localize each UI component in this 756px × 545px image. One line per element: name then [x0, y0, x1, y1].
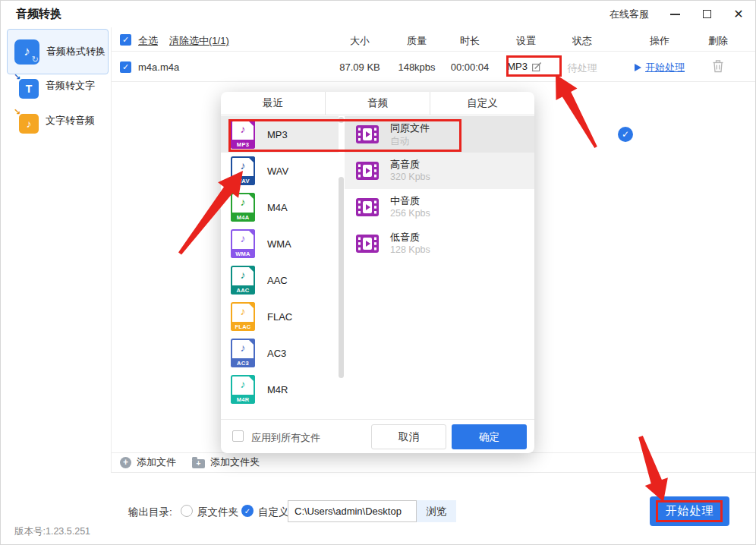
close-button[interactable]: ✕ [732, 8, 745, 20]
dialog-footer: 应用到所有文件 取消 确定 [221, 419, 534, 453]
browse-button[interactable]: 浏览 [417, 500, 456, 522]
format-select-dialog: 最近 音频 自定义 ♪MP3 MP3 ♪WAV WAV ♪M4A M4A ♪WM… [221, 92, 534, 453]
minimize-button[interactable] [669, 8, 681, 20]
quality-item-high[interactable]: 高音质 320 Kpbs [345, 153, 534, 189]
column-header-duration: 时长 [460, 34, 480, 48]
file-name: m4a.m4a [138, 61, 179, 73]
window-title: 音频转换 [16, 7, 61, 21]
audio-format-convert-icon: ♪↻ [14, 39, 39, 65]
minimize-icon [670, 14, 680, 15]
addbar-divider-bottom [111, 472, 755, 473]
row-start-processing-link[interactable]: 开始处理 [635, 61, 685, 74]
column-header-size: 大小 [350, 34, 370, 48]
output-path-input[interactable] [288, 500, 417, 522]
header-divider [111, 51, 755, 52]
clear-selected-link[interactable]: 清除选中(1/1) [169, 34, 229, 48]
format-item-wav[interactable]: ♪WAV WAV [221, 153, 339, 189]
tab-recent[interactable]: 最近 [221, 92, 325, 115]
film-icon [356, 198, 379, 216]
quality-item-low[interactable]: 低音质 128 Kpbs [345, 225, 534, 262]
arrow-to-start-button [638, 436, 668, 502]
maximize-button[interactable] [701, 8, 713, 20]
text-to-audio-icon: ↘♪ [14, 109, 39, 134]
play-icon [635, 64, 641, 71]
maximize-icon [703, 10, 711, 18]
tab-custom[interactable]: 自定义 [430, 92, 534, 115]
film-icon [356, 162, 379, 180]
ac3-file-icon: ♪AC3 [231, 339, 255, 367]
format-setting[interactable]: MP3 [507, 61, 542, 72]
format-item-m4r[interactable]: ♪M4R M4R [221, 371, 339, 408]
flac-file-icon: ♪FLAC [231, 302, 255, 331]
film-icon [356, 235, 379, 253]
row-divider [111, 81, 755, 82]
format-item-m4a[interactable]: ♪M4A M4A [221, 189, 339, 225]
titlebar: 音频转换 在线客服 ✕ [1, 1, 755, 27]
quality-item-medium[interactable]: 中音质 256 Kpbs [345, 189, 534, 225]
scrollbar-thumb[interactable] [339, 177, 344, 378]
delete-button[interactable] [712, 59, 724, 73]
wav-file-icon: ♪WAV [231, 156, 255, 185]
plus-circle-icon: + [120, 457, 131, 468]
radio-custom-label[interactable]: 自定义 [258, 506, 289, 519]
format-item-flac[interactable]: ♪FLAC FLAC [221, 298, 339, 335]
column-header-status: 状态 [572, 34, 592, 48]
m4r-file-icon: ♪M4R [231, 375, 255, 404]
sidebar-item-label: 音频转文字 [46, 79, 95, 93]
wma-file-icon: ♪WMA [231, 229, 255, 258]
file-quality: 148kpbs [398, 61, 435, 73]
edit-icon[interactable] [531, 61, 542, 72]
output-dir-label: 输出目录: [128, 506, 172, 519]
sidebar-item-text-to-audio[interactable]: ↘♪ 文字转音频 [7, 104, 109, 137]
radio-original-label[interactable]: 原文件夹 [197, 506, 238, 519]
dialog-tabbar: 最近 音频 自定义 [221, 92, 534, 115]
cancel-button[interactable]: 取消 [371, 424, 446, 449]
column-header-operation: 操作 [650, 34, 669, 48]
sidebar-item-audio-format-convert[interactable]: ♪↻ 音频格式转换 [7, 29, 109, 74]
audio-to-text-icon: ↘T [14, 74, 39, 99]
sidebar-item-label: 音频格式转换 [46, 45, 106, 58]
select-all-checkbox[interactable]: ✓ [120, 34, 131, 46]
sidebar-item-label: 文字转音频 [46, 114, 95, 128]
sidebar-divider [111, 27, 112, 472]
status-badge: 待处理 [568, 61, 597, 75]
arrow-to-format-setting [556, 74, 597, 148]
file-duration: 00:00:04 [451, 61, 490, 73]
start-processing-button[interactable]: 开始处理 [650, 496, 729, 526]
row-checkbox[interactable]: ✓ [120, 61, 131, 73]
quality-item-same-as-source[interactable]: 同原文件 自动 ✓ [345, 116, 534, 153]
add-file-button[interactable]: + 添加文件 [120, 455, 176, 469]
online-service-link[interactable]: 在线客服 [610, 8, 649, 21]
apply-all-checkbox[interactable] [232, 430, 244, 442]
format-item-wma[interactable]: ♪WMA WMA [221, 225, 339, 262]
format-item-mp3[interactable]: ♪MP3 MP3 [221, 116, 339, 153]
close-icon: ✕ [733, 8, 743, 20]
radio-original-folder[interactable] [181, 505, 193, 517]
film-icon [356, 125, 379, 143]
mp3-file-icon: ♪MP3 [231, 120, 255, 149]
app-window: 音频转换 在线客服 ✕ ♪↻ 音频格式转换 ↘T 音频转文字 ↘♪ 文字转音频 … [0, 0, 756, 545]
apply-all-label: 应用到所有文件 [251, 431, 320, 445]
column-header-delete: 删除 [708, 34, 728, 48]
scrollbar-nub[interactable] [339, 117, 344, 123]
format-item-aac[interactable]: ♪AAC AAC [221, 262, 339, 298]
file-size: 87.09 KB [339, 61, 380, 73]
format-item-ac3[interactable]: ♪AC3 AC3 [221, 335, 339, 371]
m4a-file-icon: ♪M4A [231, 193, 255, 222]
trash-icon [712, 59, 724, 73]
selected-check-icon: ✓ [618, 127, 633, 142]
format-value: MP3 [507, 61, 528, 72]
column-header-setting: 设置 [516, 34, 536, 48]
tab-audio[interactable]: 音频 [325, 92, 430, 115]
folder-plus-icon: + [192, 459, 205, 468]
aac-file-icon: ♪AAC [231, 266, 255, 295]
column-header-quality: 质量 [407, 34, 427, 48]
select-all-link[interactable]: 全选 [138, 34, 158, 48]
add-folder-button[interactable]: + 添加文件夹 [192, 455, 260, 469]
version-label: 版本号:1.23.5.251 [14, 525, 90, 538]
radio-custom[interactable]: ✓ [241, 505, 254, 517]
ok-button[interactable]: 确定 [452, 424, 527, 449]
sidebar-item-audio-to-text[interactable]: ↘T 音频转文字 [7, 69, 109, 102]
